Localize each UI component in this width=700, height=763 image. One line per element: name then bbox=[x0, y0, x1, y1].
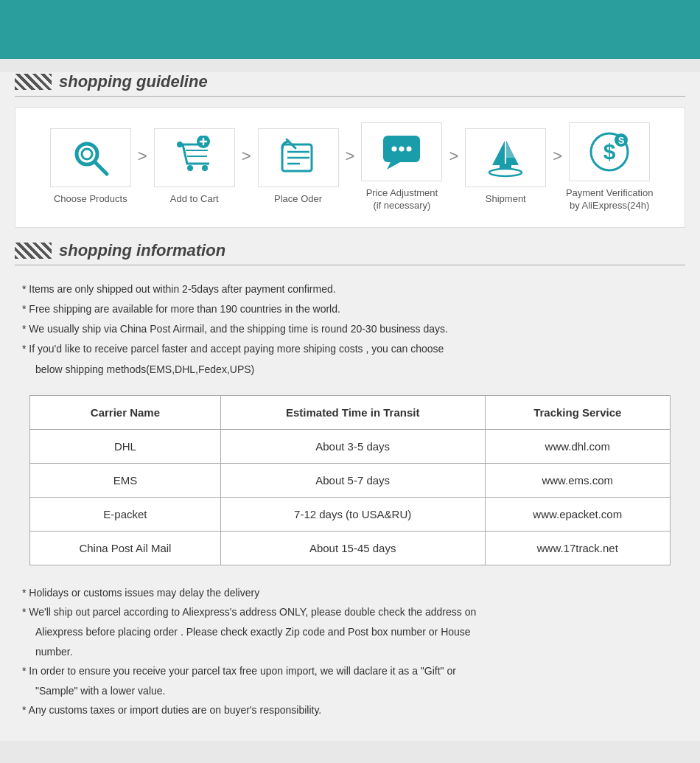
bottom-note-4: * Any customs taxes or import duties are… bbox=[22, 700, 678, 720]
arrow-3: > bbox=[346, 147, 355, 166]
step-choose-products: Choose Products bbox=[46, 128, 135, 206]
arrow-1: > bbox=[138, 147, 147, 166]
tracking-epacket: www.epacket.com bbox=[485, 497, 670, 531]
table-row: China Post Ail Mail About 15-45 days www… bbox=[30, 531, 671, 565]
step-icon-box-1 bbox=[50, 128, 131, 187]
section-icon-decoration bbox=[15, 74, 52, 90]
step-label-1: Choose Products bbox=[54, 193, 127, 206]
payment-icon: $ S bbox=[587, 130, 631, 174]
carrier-dhl: DHL bbox=[30, 429, 221, 463]
info-line-4-cont: below shipping methods(EMS,DHL,Fedex,UPS… bbox=[35, 360, 678, 379]
info-lines: * Items are only shipped out within 2-5d… bbox=[15, 276, 685, 383]
svg-point-19 bbox=[392, 147, 397, 152]
step-label-3: Place Oder bbox=[274, 193, 322, 206]
tracking-ems: www.ems.com bbox=[485, 463, 670, 497]
search-icon bbox=[69, 136, 113, 180]
bottom-note-2: * We'll ship out parcel according to Ali… bbox=[22, 602, 678, 622]
table-row: E-packet 7-12 days (to USA&RU) www.epack… bbox=[30, 497, 671, 531]
guideline-title: shopping guideline bbox=[59, 72, 208, 91]
arrow-4: > bbox=[449, 147, 458, 166]
step-label-6: Payment Verification by AliExpress(24h) bbox=[565, 187, 654, 212]
bottom-notes: * Holidays or customs issues may delay t… bbox=[15, 577, 685, 726]
bottom-note-1: * Holidays or customs issues may delay t… bbox=[22, 583, 678, 603]
bottom-note-3: * In order to ensure you receive your pa… bbox=[22, 661, 678, 681]
section-icon-decoration-2 bbox=[15, 243, 52, 259]
order-icon bbox=[276, 136, 321, 180]
svg-marker-18 bbox=[387, 162, 400, 170]
step-icon-box-5 bbox=[465, 128, 546, 187]
content-area: shopping guideline Choose Products > bbox=[0, 72, 700, 741]
tracking-dhl: www.dhl.com bbox=[485, 429, 670, 463]
table-row: DHL About 3-5 days www.dhl.com bbox=[30, 429, 671, 463]
svg-point-2 bbox=[82, 149, 92, 159]
step-add-to-cart: Add to Cart bbox=[150, 128, 239, 206]
carrier-epacket: E-packet bbox=[30, 497, 221, 531]
svg-line-1 bbox=[94, 161, 107, 174]
svg-point-21 bbox=[407, 147, 412, 152]
shipping-table: Carrier Name Estimated Time in Transit T… bbox=[29, 395, 671, 565]
step-place-order: Place Oder bbox=[254, 128, 343, 206]
cart-icon bbox=[172, 136, 217, 180]
step-payment-verification: $ S Payment Verification by AliExpress(2… bbox=[565, 122, 654, 212]
info-title: shopping information bbox=[59, 241, 225, 260]
step-icon-box-2 bbox=[154, 128, 235, 187]
transit-chinapost: About 15-45 days bbox=[220, 531, 485, 565]
svg-point-24 bbox=[489, 169, 522, 176]
svg-text:S: S bbox=[618, 135, 625, 146]
step-icon-box-3 bbox=[258, 128, 339, 187]
info-line-2: * Free shipping are available for more t… bbox=[22, 300, 678, 318]
carrier-chinapost: China Post Ail Mail bbox=[30, 531, 221, 565]
info-line-3: * We usually ship via China Post Airmail… bbox=[22, 320, 678, 338]
step-label-4: Price Adjustment(if necessary) bbox=[366, 187, 438, 212]
ship-icon bbox=[483, 136, 528, 180]
info-line-4: * If you'd like to receive parcel faster… bbox=[22, 340, 678, 358]
svg-point-20 bbox=[399, 147, 405, 152]
table-header-transit: Estimated Time in Transit bbox=[220, 395, 485, 429]
guideline-section-header: shopping guideline bbox=[15, 72, 685, 97]
table-header-tracking: Tracking Service bbox=[485, 395, 670, 429]
step-icon-box-6: $ S bbox=[569, 122, 650, 181]
info-line-1: * Items are only shipped out within 2-5d… bbox=[22, 280, 678, 299]
table-header-carrier: Carrier Name bbox=[30, 395, 221, 429]
svg-text:$: $ bbox=[603, 139, 616, 164]
tracking-chinapost: www.17track.net bbox=[485, 531, 670, 565]
step-label-2: Add to Cart bbox=[170, 193, 219, 206]
bottom-note-2-cont2: number. bbox=[35, 642, 678, 662]
table-header-row: Carrier Name Estimated Time in Transit T… bbox=[30, 395, 671, 429]
header-banner bbox=[0, 0, 700, 59]
step-icon-box-4 bbox=[361, 122, 442, 181]
svg-point-7 bbox=[187, 165, 193, 171]
arrow-2: > bbox=[242, 147, 251, 166]
chat-icon bbox=[379, 130, 424, 174]
step-price-adjustment: Price Adjustment(if necessary) bbox=[357, 122, 446, 212]
arrow-5: > bbox=[553, 147, 562, 166]
svg-marker-26 bbox=[505, 142, 516, 158]
bottom-note-3-cont: "Sample" with a lower value. bbox=[35, 681, 678, 701]
table-row: EMS About 5-7 days www.ems.com bbox=[30, 463, 671, 497]
transit-dhl: About 3-5 days bbox=[220, 429, 485, 463]
info-section-header: shopping information bbox=[15, 241, 685, 265]
bottom-note-2-cont: Aliexpress before placing order . Please… bbox=[35, 622, 678, 642]
transit-epacket: 7-12 days (to USA&RU) bbox=[220, 497, 485, 531]
step-label-5: Shipment bbox=[486, 193, 526, 206]
transit-ems: About 5-7 days bbox=[220, 463, 485, 497]
svg-point-8 bbox=[202, 165, 208, 171]
carrier-ems: EMS bbox=[30, 463, 221, 497]
steps-row: Choose Products > Add to Cart bbox=[15, 107, 685, 228]
step-shipment: Shipment bbox=[461, 128, 550, 206]
